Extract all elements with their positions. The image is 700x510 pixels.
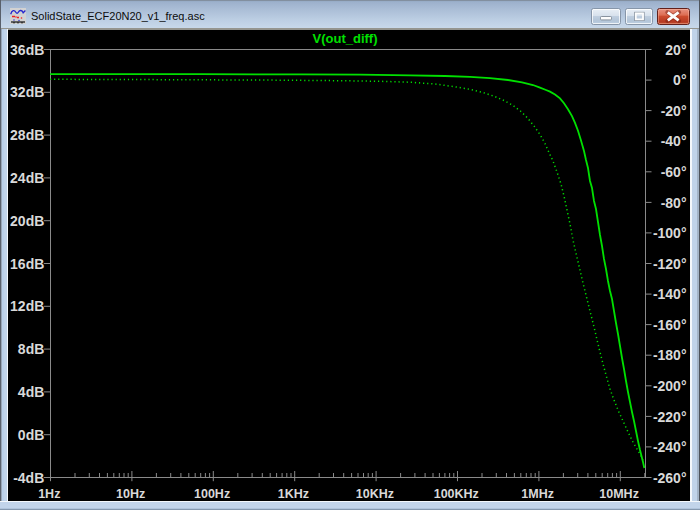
svg-text:1MHz: 1MHz: [521, 487, 554, 501]
svg-text:10Hz: 10Hz: [116, 487, 145, 501]
svg-text:-140°: -140°: [653, 286, 687, 302]
svg-text:-60°: -60°: [661, 164, 687, 180]
svg-text:32dB: 32dB: [10, 84, 44, 100]
svg-text:-260°: -260°: [653, 470, 687, 486]
svg-text:20dB: 20dB: [10, 213, 44, 229]
svg-text:16dB: 16dB: [10, 256, 44, 272]
svg-text:-220°: -220°: [653, 409, 687, 425]
svg-text:-80°: -80°: [661, 195, 687, 211]
svg-text:V(out_diff): V(out_diff): [313, 31, 378, 46]
svg-text:-40°: -40°: [661, 133, 687, 149]
svg-text:1Hz: 1Hz: [38, 487, 60, 501]
svg-text:10KHz: 10KHz: [356, 487, 394, 501]
svg-text:-180°: -180°: [653, 347, 687, 363]
svg-text:36dB: 36dB: [10, 42, 44, 58]
svg-text:-200°: -200°: [653, 378, 687, 394]
svg-text:-4dB: -4dB: [13, 470, 44, 486]
svg-text:28dB: 28dB: [10, 127, 44, 143]
svg-text:-120°: -120°: [653, 256, 687, 272]
svg-text:1KHz: 1KHz: [278, 487, 309, 501]
svg-text:8dB: 8dB: [18, 341, 44, 357]
svg-text:-240°: -240°: [653, 439, 687, 455]
svg-text:-160°: -160°: [653, 317, 687, 333]
svg-text:24dB: 24dB: [10, 170, 44, 186]
svg-text:-20°: -20°: [661, 103, 687, 119]
svg-text:100KHz: 100KHz: [434, 487, 479, 501]
svg-text:0°: 0°: [673, 72, 686, 88]
svg-text:-100°: -100°: [653, 225, 687, 241]
svg-text:10MHz: 10MHz: [599, 487, 639, 501]
svg-text:100Hz: 100Hz: [194, 487, 230, 501]
svg-text:20°: 20°: [665, 42, 686, 58]
svg-text:0dB: 0dB: [18, 427, 44, 443]
svg-text:4dB: 4dB: [18, 384, 44, 400]
svg-text:12dB: 12dB: [10, 298, 44, 314]
